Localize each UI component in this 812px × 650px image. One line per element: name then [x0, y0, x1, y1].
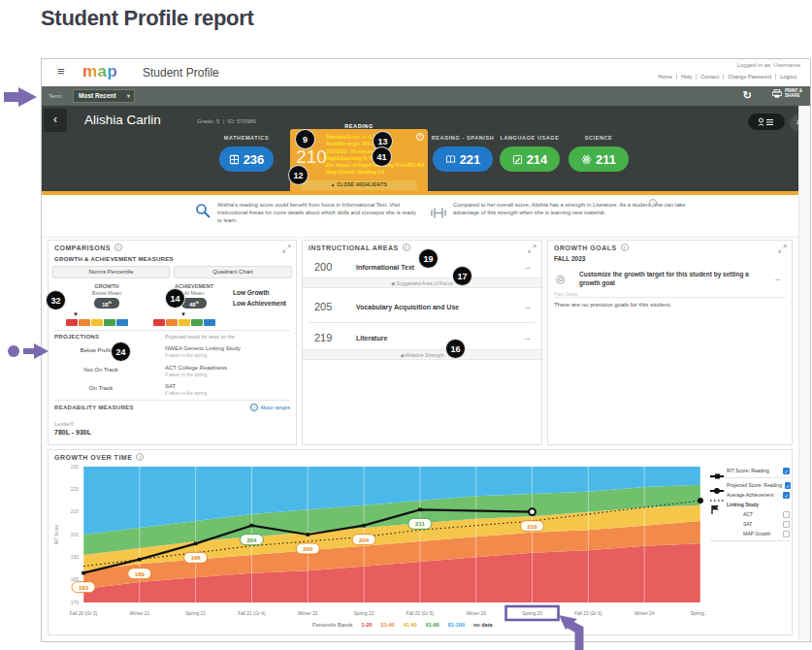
tab-norms-percentile[interactable]: Norms Percentile	[52, 266, 170, 278]
science-score: 211	[596, 152, 616, 167]
calculator-icon	[229, 154, 240, 165]
legend-checkbox[interactable]	[783, 531, 790, 537]
growth-chart[interactable]: 170180190200210220230RIT Score1831891962…	[50, 464, 706, 625]
set-growth-goal-text: Customize the growth target for this stu…	[579, 271, 749, 287]
projected-score-marker[interactable]	[698, 498, 703, 504]
close-highlights-button[interactable]: ▲ CLOSE HIGHLIGHTS	[301, 180, 417, 190]
lexile-label: Lexile®	[54, 421, 74, 427]
callout-badge-9: 9	[295, 129, 315, 149]
info-icon[interactable]: i	[136, 453, 144, 461]
rit-point-value: 204	[246, 537, 257, 543]
callout-badge-41: 41	[372, 146, 392, 167]
mathematics-score-pill[interactable]: 236	[219, 146, 274, 172]
area-score: 219	[314, 332, 332, 343]
current-score-marker[interactable]	[529, 508, 536, 515]
area-detail-arrow[interactable]: →	[523, 333, 532, 342]
expand-icon[interactable]	[778, 244, 787, 253]
insights-strip: Alishia's reading score could benefit fr…	[42, 195, 810, 238]
expand-icon[interactable]	[282, 244, 291, 253]
legend-item: Average Achievement✓	[710, 490, 790, 500]
scrollbar[interactable]	[798, 106, 810, 640]
student-grade: Grade: 5	[197, 118, 219, 124]
reading-spanish-score-pill[interactable]: 221	[433, 146, 493, 172]
legend-checkbox[interactable]	[783, 511, 790, 518]
language-usage-score-pill[interactable]: 214	[500, 146, 560, 172]
info-icon[interactable]: i	[403, 244, 410, 251]
percentile-band-key: 81-100	[448, 622, 465, 628]
projections-note: Projected result for tests on the	[165, 334, 235, 340]
readability-heading: READABILITY MEASURES	[54, 405, 134, 410]
rit-point-value: 183	[79, 585, 89, 591]
percentile-band-key: 21-40	[381, 622, 395, 628]
info-icon[interactable]: i	[114, 244, 122, 251]
rit-point-value: 204	[359, 537, 370, 543]
term-label: Term:	[49, 93, 63, 99]
score-marker[interactable]	[138, 558, 142, 562]
target-icon: ◎	[556, 273, 566, 285]
growth-heading: GROWTH	[68, 283, 146, 289]
score-marker[interactable]	[194, 542, 198, 546]
x-tick-label: Fall 20 (Gr 3)	[70, 611, 98, 616]
legend-checkbox[interactable]	[783, 521, 790, 528]
area-score: 205	[314, 301, 332, 312]
link-change-password[interactable]: Change Password	[724, 74, 776, 80]
legend-checkbox[interactable]: ✓	[785, 482, 791, 489]
y-tick-label: 210	[71, 508, 80, 514]
callout-badge-12: 12	[288, 165, 309, 185]
reading-spanish-label: READING - SPANISH	[424, 135, 502, 141]
rit-point-value: 196	[191, 555, 202, 561]
chart-legend: RIT Score: Reading✓Projected Score: Read…	[710, 466, 790, 543]
percentile-band-key: 41-60	[404, 622, 417, 628]
growth-percentile-badge: 18th	[94, 298, 119, 309]
science-score-pill[interactable]: 211	[568, 146, 629, 172]
legend-checkbox[interactable]: ✓	[783, 492, 790, 499]
expand-icon[interactable]	[528, 244, 536, 253]
tab-quadrant-chart[interactable]: Quadrant Chart	[174, 266, 292, 278]
growth-over-time-title: GROWTH OVER TIME	[54, 454, 132, 461]
link-contact[interactable]: Contact	[697, 74, 724, 80]
about-ranges-link[interactable]: iAbout ranges	[250, 404, 290, 411]
x-tick-label: Winter 21	[130, 611, 150, 616]
area-score: 200	[314, 261, 332, 273]
projection-when: If taken in the spring	[165, 373, 207, 377]
reading-deep-growth: Deep Growth: Reading 2-5	[326, 169, 425, 176]
rit-point-value: 211	[415, 521, 425, 527]
callout-badge-24: 24	[111, 341, 131, 362]
link-help[interactable]: Help	[677, 74, 697, 80]
term-dropdown[interactable]: Most Recent ▾	[73, 89, 135, 103]
area-detail-arrow[interactable]: →	[523, 262, 532, 272]
mathematics-label: MATHEMATICS	[208, 135, 285, 141]
back-button[interactable]: ‹	[44, 109, 67, 132]
set-goal-arrow[interactable]: →	[773, 274, 782, 283]
info-icon[interactable]: i	[621, 244, 629, 251]
menu-icon[interactable]: ≡	[57, 64, 65, 79]
growth-goals-card: GROWTH GOALSi FALL 2023 ◎ Customize the …	[547, 240, 793, 445]
score-marker[interactable]	[81, 571, 85, 575]
instructional-areas-title: INSTRUCTIONAL AREAS	[309, 244, 399, 251]
rit-point-value: 189	[135, 571, 146, 577]
area-detail-arrow[interactable]: →	[523, 302, 532, 311]
book-icon	[445, 154, 456, 165]
projections-heading: PROJECTIONS	[54, 334, 99, 340]
score-marker[interactable]	[362, 524, 366, 528]
info-icon[interactable]: i	[649, 199, 657, 207]
map-logo: map	[82, 62, 117, 81]
student-roster-button[interactable]	[748, 114, 785, 130]
language-usage-score: 214	[527, 152, 548, 167]
language-usage-label: LANGUAGE USAGE	[491, 135, 568, 141]
legend-item: Linking Study	[710, 500, 790, 509]
link-logout[interactable]: Logout	[776, 74, 800, 80]
refresh-icon[interactable]: ↻	[743, 89, 752, 102]
legend-item: ACT	[710, 509, 790, 519]
app-window: ≡ map Student Profile Logged in as: User…	[41, 58, 811, 642]
score-marker[interactable]	[306, 533, 309, 536]
score-marker[interactable]	[418, 508, 422, 512]
y-tick-label: 170	[71, 600, 80, 605]
page: Student Profile report ≡ map Student Pro…	[0, 0, 812, 650]
link-home[interactable]: Home	[654, 74, 677, 80]
info-icon[interactable]: ?	[416, 133, 424, 141]
app-title: Student Profile	[143, 66, 219, 80]
print-share-button[interactable]: PRINT &SHARE	[772, 88, 802, 98]
score-marker[interactable]	[250, 524, 254, 528]
legend-checkbox[interactable]: ✓	[783, 468, 790, 474]
